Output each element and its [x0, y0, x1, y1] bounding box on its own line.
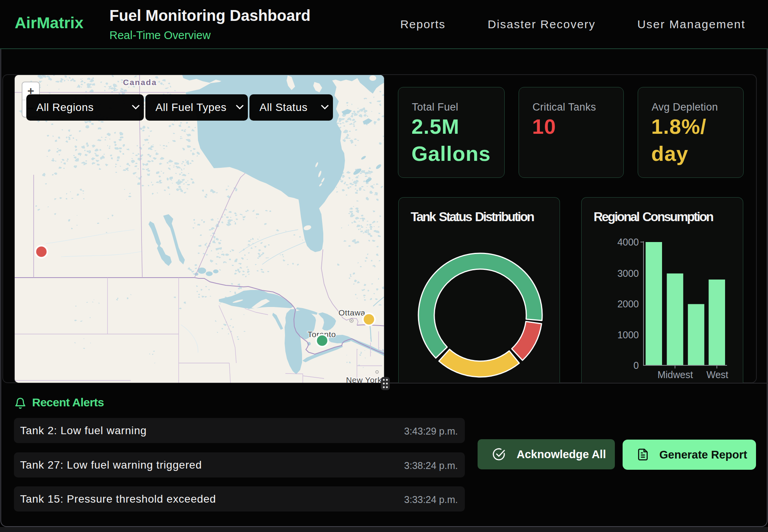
svg-text:New York: New York: [346, 375, 382, 383]
svg-text:Ottawa: Ottawa: [338, 308, 365, 317]
svg-text:2000: 2000: [617, 298, 639, 309]
svg-text:3000: 3000: [617, 268, 639, 279]
svg-text:Midwest: Midwest: [657, 369, 693, 380]
svg-text:Canada: Canada: [123, 78, 157, 87]
svg-text:0: 0: [633, 360, 639, 371]
svg-text:West: West: [707, 369, 729, 380]
svg-text:4000: 4000: [617, 237, 639, 247]
svg-text:1000: 1000: [617, 329, 639, 340]
